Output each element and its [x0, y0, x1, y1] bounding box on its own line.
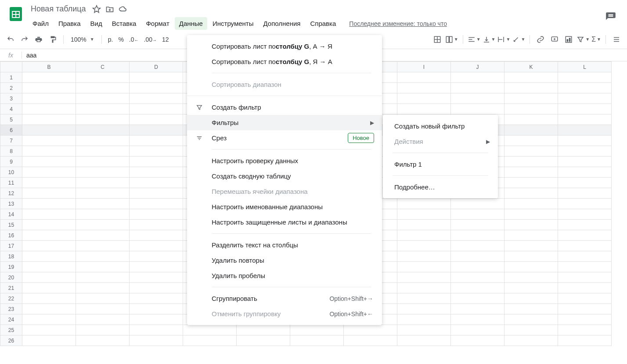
cell[interactable] — [504, 220, 558, 230]
comment-icon[interactable] — [548, 33, 561, 46]
paint-format-icon[interactable] — [47, 33, 59, 46]
cell[interactable] — [397, 251, 451, 262]
cell[interactable] — [558, 93, 612, 104]
cell[interactable] — [76, 125, 130, 136]
cell[interactable] — [130, 304, 183, 314]
cell[interactable] — [397, 272, 451, 283]
cell[interactable] — [76, 251, 130, 262]
cell[interactable] — [130, 136, 183, 146]
undo-icon[interactable] — [4, 33, 17, 46]
cell[interactable] — [558, 220, 612, 230]
menu-file[interactable]: Файл — [28, 17, 53, 30]
cell[interactable] — [290, 335, 344, 346]
cell[interactable] — [22, 272, 76, 283]
cell[interactable] — [558, 146, 612, 157]
cell[interactable] — [451, 93, 504, 104]
row-header[interactable]: 24 — [0, 314, 22, 325]
cell[interactable] — [558, 199, 612, 209]
cell[interactable] — [130, 83, 183, 93]
cell[interactable] — [76, 335, 130, 346]
cell[interactable] — [22, 93, 76, 104]
row-header[interactable]: 11 — [0, 178, 22, 188]
cell[interactable] — [451, 104, 504, 114]
cell[interactable] — [130, 314, 183, 325]
cell[interactable] — [22, 283, 76, 293]
cell[interactable] — [76, 199, 130, 209]
submenu-filter1[interactable]: Фильтр 1 — [383, 157, 498, 172]
cell[interactable] — [504, 283, 558, 293]
cell[interactable] — [76, 72, 130, 83]
cell[interactable] — [558, 251, 612, 262]
cell[interactable] — [76, 136, 130, 146]
cell[interactable] — [504, 199, 558, 209]
cell[interactable] — [344, 335, 397, 346]
cell[interactable] — [76, 325, 130, 335]
merge-btn[interactable]: ▼ — [445, 36, 458, 43]
cell[interactable] — [22, 146, 76, 157]
cell[interactable] — [130, 114, 183, 125]
cell[interactable] — [76, 114, 130, 125]
cell[interactable] — [22, 325, 76, 335]
comments-icon[interactable] — [605, 11, 616, 24]
cell[interactable] — [504, 114, 558, 125]
cell[interactable] — [558, 293, 612, 304]
cell[interactable] — [76, 293, 130, 304]
cell[interactable] — [344, 325, 397, 335]
cell[interactable] — [451, 314, 504, 325]
row-header[interactable]: 5 — [0, 114, 22, 125]
sheets-logo[interactable] — [7, 5, 25, 23]
cell[interactable] — [397, 262, 451, 272]
cell[interactable] — [558, 335, 612, 346]
row-header[interactable]: 9 — [0, 157, 22, 167]
cell[interactable] — [76, 272, 130, 283]
submenu-create-filter[interactable]: Создать новый фильтр — [383, 118, 498, 134]
cloud-icon[interactable] — [119, 5, 127, 14]
cell[interactable] — [22, 72, 76, 83]
functions-icon[interactable]: Σ▼ — [591, 36, 601, 43]
row-header[interactable]: 21 — [0, 283, 22, 293]
cell[interactable] — [504, 72, 558, 83]
percent-btn[interactable]: % — [116, 36, 125, 43]
cell[interactable] — [504, 304, 558, 314]
row-header[interactable]: 26 — [0, 335, 22, 346]
link-icon[interactable] — [534, 33, 547, 46]
print-icon[interactable] — [32, 33, 45, 46]
cell[interactable] — [76, 241, 130, 251]
menu-data[interactable]: Данные — [175, 17, 207, 30]
cell[interactable] — [22, 241, 76, 251]
row-header[interactable]: 22 — [0, 293, 22, 304]
cell[interactable] — [451, 199, 504, 209]
cell[interactable] — [130, 178, 183, 188]
star-icon[interactable] — [92, 5, 101, 14]
menu-insert[interactable]: Вставка — [108, 17, 141, 30]
cell[interactable] — [130, 220, 183, 230]
cell[interactable] — [22, 209, 76, 220]
cell[interactable] — [130, 104, 183, 114]
cell[interactable] — [130, 230, 183, 241]
cell[interactable] — [76, 220, 130, 230]
row-header[interactable]: 20 — [0, 272, 22, 283]
cell[interactable] — [558, 167, 612, 178]
currency-btn[interactable]: р. — [106, 36, 115, 43]
cell[interactable] — [558, 125, 612, 136]
cell[interactable] — [504, 93, 558, 104]
cell[interactable] — [22, 136, 76, 146]
menu-split-text[interactable]: Разделить текст на столбцы — [187, 237, 382, 253]
cell[interactable] — [504, 251, 558, 262]
cell[interactable] — [237, 325, 290, 335]
cell[interactable] — [451, 335, 504, 346]
cell[interactable] — [504, 104, 558, 114]
cell[interactable] — [558, 209, 612, 220]
cell[interactable] — [397, 220, 451, 230]
cell[interactable] — [558, 304, 612, 314]
cell[interactable] — [558, 83, 612, 93]
cell[interactable] — [504, 241, 558, 251]
cell[interactable] — [504, 157, 558, 167]
cell[interactable] — [558, 283, 612, 293]
cell[interactable] — [130, 325, 183, 335]
cell[interactable] — [397, 283, 451, 293]
cell[interactable] — [558, 178, 612, 188]
cell[interactable] — [130, 167, 183, 178]
row-header[interactable]: 23 — [0, 304, 22, 314]
cell[interactable] — [22, 157, 76, 167]
